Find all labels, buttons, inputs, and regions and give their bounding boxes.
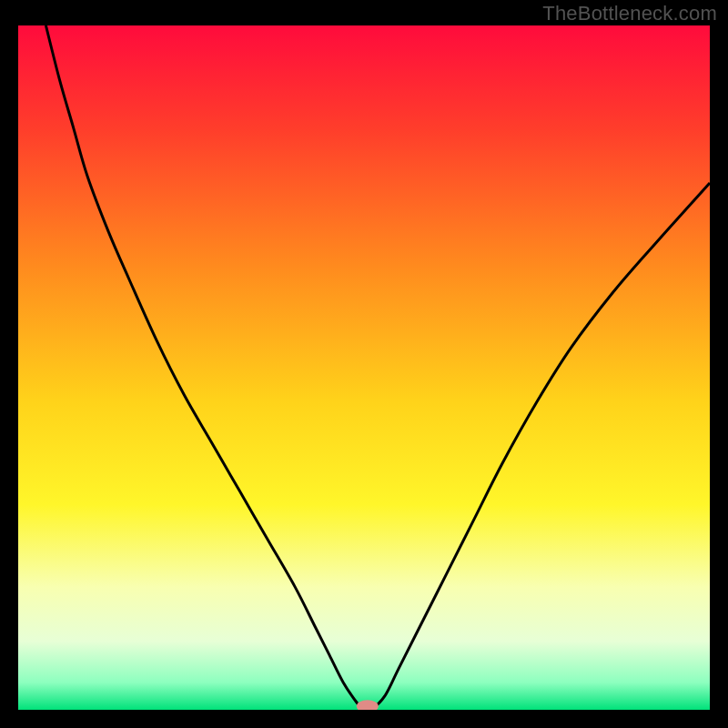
watermark-text: TheBottleneck.com xyxy=(542,2,717,25)
gradient-background xyxy=(18,25,710,710)
bottleneck-chart xyxy=(18,25,710,710)
chart-plot-area xyxy=(18,25,710,710)
chart-frame: TheBottleneck.com xyxy=(0,0,728,728)
